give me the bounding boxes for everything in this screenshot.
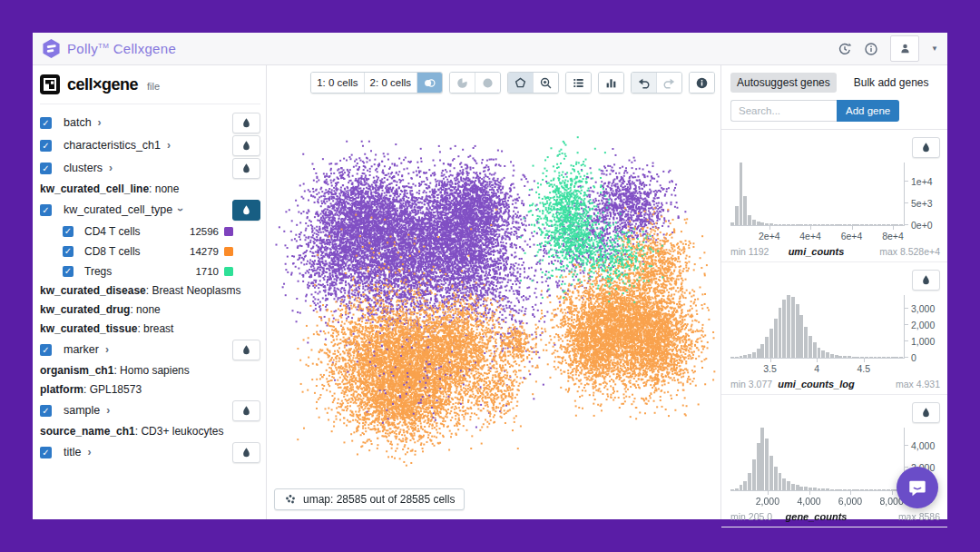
category-label[interactable]: marker — [64, 343, 99, 356]
circle-tool-button[interactable] — [475, 73, 500, 93]
category-checkbox[interactable]: ✓ — [40, 140, 52, 152]
metadata-label: kw_curated_drug — [40, 303, 130, 316]
colorby-marker-button[interactable] — [232, 340, 260, 360]
user-menu-caret-icon[interactable]: ▼ — [931, 44, 938, 53]
info-filled-icon — [695, 76, 709, 90]
value-checkbox[interactable]: ✓ — [63, 266, 74, 277]
zoom-in-button[interactable] — [533, 73, 558, 93]
category-label[interactable]: clusters — [64, 162, 103, 174]
value-label: CD8 T cells — [84, 245, 141, 258]
chevron-right-icon[interactable]: › — [98, 116, 102, 129]
category-checkbox[interactable]: ✓ — [40, 163, 52, 174]
droplet-icon — [241, 405, 251, 417]
chevron-right-icon[interactable]: › — [167, 139, 171, 152]
hist-bar — [757, 349, 760, 358]
hist-bar — [760, 344, 764, 358]
hist-bar — [735, 206, 739, 225]
category-label[interactable]: sample — [64, 404, 100, 417]
selection1-button[interactable]: 1: 0 cells — [311, 73, 363, 93]
lasso-tool-button[interactable] — [508, 73, 533, 93]
colorby-title-button[interactable] — [232, 442, 260, 463]
hist-bar — [791, 484, 795, 490]
history-icon[interactable] — [838, 42, 852, 56]
droplet-icon — [241, 140, 251, 152]
category-row-clusters[interactable]: ✓clusters› — [40, 157, 260, 179]
chevron-right-icon[interactable]: › — [106, 404, 110, 417]
metadata-row-organism_ch1: organism_ch1: Homo sapiens — [40, 361, 260, 380]
filled-circle-icon — [481, 76, 495, 90]
category-checkbox[interactable]: ✓ — [40, 405, 52, 417]
layout-choice-button[interactable] — [566, 73, 591, 93]
y-tick-label: 1e+4 — [911, 176, 933, 187]
chat-launcher-button[interactable] — [897, 467, 938, 508]
hist-plot[interactable]: 1e+45e+30e+02e+44e+46e+48e+4 — [730, 163, 904, 225]
selection2-button[interactable]: 2: 0 cells — [364, 73, 416, 93]
hist-title: umi_counts_log — [721, 379, 911, 389]
diff-selection-button[interactable] — [416, 73, 442, 93]
category-checkbox[interactable]: ✓ — [40, 447, 52, 458]
y-tick-label: 5e+3 — [911, 198, 933, 209]
chevron-right-icon[interactable]: › — [109, 162, 113, 174]
hist-max-label: max 4.931 — [896, 379, 940, 389]
add-gene-button[interactable]: Add gene — [837, 100, 899, 122]
value-checkbox[interactable]: ✓ — [63, 246, 74, 257]
category-label[interactable]: kw_curated_cell_type — [64, 203, 172, 216]
droplet-icon — [241, 447, 251, 458]
category-row-kw_curated_cell_type[interactable]: ✓kw_curated_cell_type› — [40, 199, 260, 221]
embedding-choice-button[interactable]: umap: 28585 out of 28585 cells — [274, 488, 465, 510]
y-tick-label: 2,000 — [911, 320, 935, 330]
colorby-gene_counts-button[interactable] — [912, 402, 940, 423]
category-label[interactable]: title — [64, 446, 81, 458]
zoom-in-icon — [539, 76, 553, 90]
category-checkbox[interactable]: ✓ — [40, 204, 52, 216]
graph-toolbar: 1: 0 cells 2: 0 cells — [310, 72, 715, 94]
hist-max-label: max 8586 — [898, 511, 940, 522]
umap-scatter-plot[interactable] — [267, 65, 720, 519]
hist-bar — [782, 478, 786, 490]
value-color-swatch — [224, 247, 233, 256]
info-icon[interactable] — [864, 42, 878, 56]
tab-bulk-add-genes[interactable]: Bulk add genes — [848, 73, 936, 93]
scatter-icon — [284, 493, 297, 506]
colorby-umi_counts_log-button[interactable] — [912, 270, 940, 291]
graph-info-button[interactable] — [690, 73, 714, 93]
metadata-value: : Breast Neoplasms — [146, 284, 241, 297]
chevron-right-icon[interactable]: › — [87, 446, 91, 458]
clip-chart-button[interactable] — [599, 73, 623, 93]
hist-bar — [779, 473, 782, 490]
value-checkbox[interactable]: ✓ — [63, 226, 74, 237]
hist-plot[interactable]: 4,0002,0002,0004,0006,0008,000 — [730, 428, 904, 490]
hist-plot[interactable]: 3,0002,0001,00003.544.5 — [730, 295, 904, 358]
metadata-row-kw_curated_tissue: kw_curated_tissue: breast — [40, 320, 260, 338]
category-row-characteristics_ch1[interactable]: ✓characteristics_ch1› — [40, 134, 260, 156]
redo-button[interactable] — [656, 73, 681, 93]
category-value-row[interactable]: ✓CD4 T cells12596 — [40, 222, 260, 242]
colorby-batch-button[interactable] — [232, 113, 260, 133]
colorby-characteristics_ch1-button[interactable] — [232, 135, 260, 156]
chevron-down-icon[interactable]: › — [174, 208, 187, 212]
gene-panel-header: Autosuggest genes Bulk add genes Add gen… — [721, 65, 947, 130]
metadata-row-kw_curated_disease: kw_curated_disease: Breast Neoplasms — [40, 281, 260, 300]
category-row-title[interactable]: ✓title› — [40, 441, 260, 463]
category-row-sample[interactable]: ✓sample› — [40, 399, 260, 421]
colorby-umi_counts-button[interactable] — [912, 137, 940, 158]
colorby-sample-button[interactable] — [232, 400, 260, 421]
category-value-row[interactable]: ✓Tregs1710 — [40, 261, 260, 281]
chevron-right-icon[interactable]: › — [105, 343, 109, 356]
tab-autosuggest-genes[interactable]: Autosuggest genes — [730, 73, 837, 93]
colorby-clusters-button[interactable] — [232, 158, 260, 179]
category-row-marker[interactable]: ✓marker› — [40, 339, 260, 360]
category-row-batch[interactable]: ✓batch› — [40, 112, 260, 133]
category-value-row[interactable]: ✓CD8 T cells14279 — [40, 242, 260, 261]
category-checkbox[interactable]: ✓ — [40, 117, 52, 129]
gene-search-input[interactable] — [730, 100, 837, 122]
metadata-row-source_name_ch1: source_name_ch1: CD3+ leukocytes — [40, 422, 260, 440]
category-label[interactable]: characteristics_ch1 — [64, 139, 161, 152]
pie-tool-button[interactable] — [450, 73, 475, 93]
colorby-kw_curated_cell_type-button[interactable] — [232, 200, 260, 221]
user-menu-button[interactable] — [890, 35, 919, 62]
category-label[interactable]: batch — [64, 116, 92, 129]
category-checkbox[interactable]: ✓ — [40, 344, 52, 356]
undo-button[interactable] — [632, 73, 656, 93]
hist-bar — [769, 329, 773, 358]
